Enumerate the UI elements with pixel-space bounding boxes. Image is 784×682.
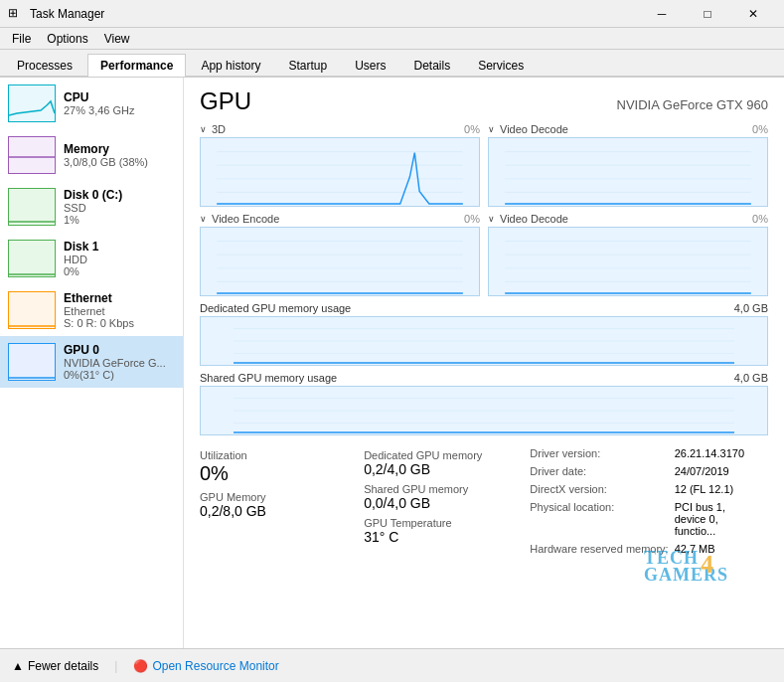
stat-col-driver: Driver version: 26.21.14.3170 Driver dat…	[528, 443, 768, 559]
fewer-details-label: Fewer details	[28, 659, 98, 673]
sidebar-item-disk1[interactable]: Disk 1 HDD 0%	[0, 233, 183, 284]
dedicated-mem-title: Dedicated GPU memory usage 4,0 GB	[200, 302, 768, 314]
dedicated-memory-value: 0,2/4,0 GB	[364, 461, 516, 477]
driver-version-value: 26.21.14.3170	[675, 445, 754, 461]
physical-location-value: PCI bus 1, device 0, functio...	[675, 499, 754, 539]
sidebar-item-gpu0[interactable]: GPU 0 NVIDIA GeForce G... 0%(31° C)	[0, 336, 183, 388]
disk1-info: Disk 1 HDD 0%	[64, 240, 175, 277]
cpu-name: CPU	[64, 90, 175, 104]
open-resource-monitor-link[interactable]: 🔴 Open Resource Monitor	[133, 659, 278, 673]
driver-date-label: Driver date:	[530, 463, 672, 479]
disk1-usage: 0%	[64, 265, 175, 277]
gpu0-model: NVIDIA GeForce G...	[64, 357, 175, 369]
memory-name: Memory	[64, 142, 175, 156]
tab-startup[interactable]: Startup	[275, 54, 340, 77]
menu-file[interactable]: File	[4, 30, 39, 48]
sidebar-item-ethernet[interactable]: Ethernet Ethernet S: 0 R: 0 Kbps	[0, 284, 183, 336]
tab-apphistory[interactable]: App history	[188, 54, 273, 77]
app-icon: ⊞	[8, 6, 24, 22]
disk0-type: SSD	[64, 202, 175, 214]
tab-details[interactable]: Details	[400, 54, 463, 77]
cpu-mini-graph	[8, 85, 56, 122]
hardware-reserved-label: Hardware reserved memory:	[530, 541, 672, 557]
svg-rect-5	[9, 344, 55, 380]
chart-videoencode-name: Video Encode	[212, 213, 279, 225]
ethernet-mini-graph	[8, 291, 56, 329]
chart-3d-name: 3D	[212, 123, 226, 135]
tab-users[interactable]: Users	[342, 54, 398, 77]
ethernet-type: Ethernet	[64, 305, 175, 317]
chart-videoencode-pct: 0%	[464, 213, 480, 225]
ethernet-name: Ethernet	[64, 291, 175, 305]
maximize-button[interactable]: □	[685, 0, 730, 28]
open-resource-monitor-label: Open Resource Monitor	[152, 659, 278, 673]
disk0-usage: 1%	[64, 214, 175, 226]
window-title: Task Manager	[30, 7, 639, 21]
footer: ▲ Fewer details | 🔴 Open Resource Monito…	[0, 648, 784, 682]
driver-info-table: Driver version: 26.21.14.3170 Driver dat…	[528, 443, 756, 559]
menu-view[interactable]: View	[96, 30, 138, 48]
close-button[interactable]: ✕	[730, 0, 776, 28]
gpu0-usage: 0%(31° C)	[64, 369, 175, 381]
dedicated-mem-label: Dedicated GPU memory usage	[200, 302, 351, 314]
shared-mem-section: Shared GPU memory usage 4,0 GB	[200, 372, 768, 435]
ethernet-info: Ethernet Ethernet S: 0 R: 0 Kbps	[64, 291, 175, 329]
minimize-button[interactable]: ─	[639, 0, 685, 28]
cpu-usage: 27% 3,46 GHz	[64, 104, 175, 116]
chart-videodecode1-svg	[488, 137, 768, 207]
chart-videodecode2-label: ∨Video Decode 0%	[488, 213, 768, 225]
footer-separator: |	[114, 659, 117, 673]
tab-processes[interactable]: Processes	[4, 54, 85, 77]
resource-monitor-icon: 🔴	[133, 659, 148, 673]
main-content: CPU 27% 3,46 GHz Memory 3,0/8,0 GB (38%)	[0, 78, 784, 648]
chart-videodecode2-svg	[488, 227, 768, 296]
driver-date-value: 24/07/2019	[675, 463, 754, 479]
tab-services[interactable]: Services	[465, 54, 537, 77]
stat-col-utilization: Utilization 0% GPU Memory 0,2/8,0 GB	[200, 443, 364, 559]
sidebar: CPU 27% 3,46 GHz Memory 3,0/8,0 GB (38%)	[0, 78, 184, 648]
title-bar: ⊞ Task Manager ─ □ ✕	[0, 0, 784, 28]
svg-rect-1	[9, 137, 55, 173]
disk1-name: Disk 1	[64, 240, 175, 254]
dedicated-mem-chart	[200, 316, 768, 366]
charts-row-1: ∨3D 0% ∨Video Decode 0%	[200, 123, 768, 207]
dedicated-mem-section: Dedicated GPU memory usage 4,0 GB	[200, 302, 768, 366]
gpu-model: NVIDIA GeForce GTX 960	[617, 97, 768, 112]
directx-row: DirectX version: 12 (FL 12.1)	[530, 481, 754, 497]
sidebar-item-disk0[interactable]: Disk 0 (C:) SSD 1%	[0, 181, 183, 233]
tab-performance[interactable]: Performance	[87, 54, 186, 77]
chart-3d-pct: 0%	[464, 123, 480, 135]
utilization-value: 0%	[200, 461, 352, 485]
physical-location-row: Physical location: PCI bus 1, device 0, …	[530, 499, 754, 539]
disk0-mini-graph	[8, 188, 56, 226]
disk1-type: HDD	[64, 254, 175, 265]
sidebar-item-memory[interactable]: Memory 3,0/8,0 GB (38%)	[0, 129, 183, 181]
shared-memory-value: 0,0/4,0 GB	[364, 495, 516, 511]
shared-mem-label: Shared GPU memory usage	[200, 372, 337, 384]
gpu-header: GPU NVIDIA GeForce GTX 960	[200, 87, 768, 115]
gpu-temp-label: GPU Temperature	[364, 517, 516, 529]
gpu0-name: GPU 0	[64, 343, 175, 357]
chevron-down-icon: ▲	[12, 659, 24, 673]
gpu0-info: GPU 0 NVIDIA GeForce G... 0%(31° C)	[64, 343, 175, 381]
charts-row-2: ∨Video Encode 0% ∨Video Decode 0%	[200, 213, 768, 296]
driver-date-row: Driver date: 24/07/2019	[530, 463, 754, 479]
driver-version-row: Driver version: 26.21.14.3170	[530, 445, 754, 461]
chart-videodecode2-container: ∨Video Decode 0%	[488, 213, 768, 296]
memory-mini-graph	[8, 136, 56, 174]
chart-videodecode1-label: ∨Video Decode 0%	[488, 123, 768, 135]
menu-options[interactable]: Options	[39, 30, 95, 48]
chart-videoencode-label: ∨Video Encode 0%	[200, 213, 480, 225]
chart-videoencode-container: ∨Video Encode 0%	[200, 213, 480, 296]
chart-videodecode1-name: Video Decode	[500, 123, 568, 135]
utilization-label: Utilization	[200, 449, 352, 461]
fewer-details-button[interactable]: ▲ Fewer details	[12, 659, 98, 673]
sidebar-item-cpu[interactable]: CPU 27% 3,46 GHz	[0, 78, 183, 129]
svg-rect-4	[9, 292, 55, 328]
gpu0-mini-graph	[8, 343, 56, 381]
gpu-title: GPU	[200, 87, 251, 115]
chart-3d-container: ∨3D 0%	[200, 123, 480, 207]
disk0-info: Disk 0 (C:) SSD 1%	[64, 188, 175, 226]
ethernet-speed: S: 0 R: 0 Kbps	[64, 317, 175, 329]
directx-label: DirectX version:	[530, 481, 672, 497]
